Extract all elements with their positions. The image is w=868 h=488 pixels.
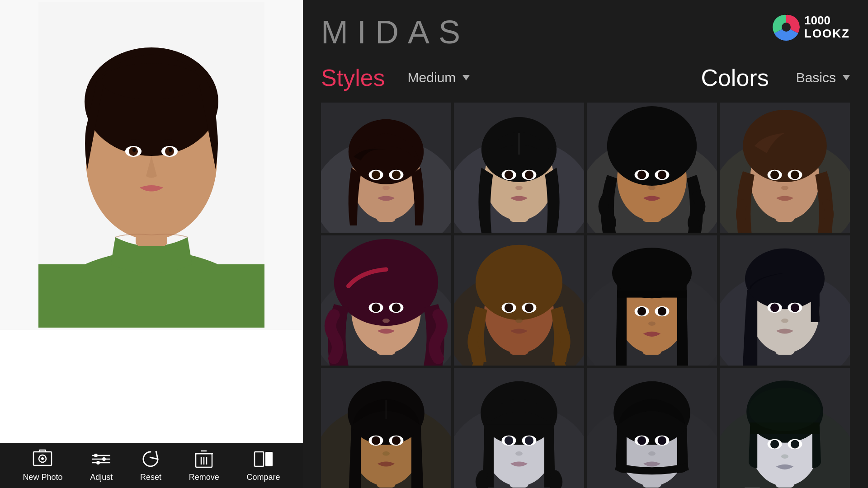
right-panel: MIDAS 1000 LOOKZ Styles Medium xyxy=(303,0,868,488)
hair-style-9[interactable] xyxy=(321,368,451,488)
compare-icon xyxy=(254,449,274,469)
adjust-icon xyxy=(91,449,111,469)
svg-point-73 xyxy=(770,170,779,179)
hair-style-8[interactable] xyxy=(720,235,850,366)
svg-point-112 xyxy=(745,249,825,309)
svg-point-115 xyxy=(770,303,779,312)
hair-style-12[interactable] xyxy=(720,368,850,488)
svg-point-158 xyxy=(770,440,779,448)
hair-style-6[interactable] xyxy=(454,235,584,366)
svg-point-126 xyxy=(372,436,380,445)
basics-text: Basics xyxy=(796,70,836,85)
svg-point-18 xyxy=(96,461,100,465)
colors-label: Colors xyxy=(701,64,769,91)
basics-dropdown[interactable]: Basics xyxy=(796,70,850,85)
styles-label: Styles xyxy=(321,64,385,91)
svg-point-159 xyxy=(791,440,799,448)
svg-point-55 xyxy=(515,186,523,190)
svg-point-43 xyxy=(392,170,401,179)
compare-label: Compare xyxy=(247,473,280,482)
svg-point-90 xyxy=(476,245,562,320)
compare-button[interactable]: Compare xyxy=(240,445,287,487)
svg-point-15 xyxy=(41,457,44,460)
hair-style-11[interactable] xyxy=(587,368,717,488)
svg-point-106 xyxy=(658,307,666,315)
svg-point-107 xyxy=(648,321,656,326)
photo-icon xyxy=(33,449,52,469)
svg-point-12 xyxy=(169,148,172,152)
svg-point-95 xyxy=(515,319,523,323)
logo-number: 1000 xyxy=(804,14,850,27)
remove-icon xyxy=(194,449,214,469)
reset-icon xyxy=(141,449,160,469)
basics-chevron-icon xyxy=(843,75,850,80)
svg-point-155 xyxy=(749,388,821,431)
svg-point-44 xyxy=(382,186,390,190)
svg-point-84 xyxy=(392,303,401,312)
medium-dropdown[interactable]: Medium xyxy=(408,70,470,85)
hair-grid xyxy=(321,103,850,488)
svg-point-116 xyxy=(791,303,799,312)
hair-style-2[interactable] xyxy=(454,103,584,233)
toolbar: New Photo Adjust xyxy=(0,443,303,488)
svg-point-138 xyxy=(515,451,523,456)
svg-point-65 xyxy=(648,186,656,190)
svg-point-146 xyxy=(637,436,646,445)
svg-point-83 xyxy=(372,303,380,312)
svg-point-11 xyxy=(132,148,136,152)
svg-point-54 xyxy=(525,170,533,179)
left-panel: New Photo Adjust xyxy=(0,0,303,488)
svg-point-136 xyxy=(505,436,513,445)
svg-point-53 xyxy=(505,170,513,179)
svg-point-74 xyxy=(791,170,799,179)
svg-point-63 xyxy=(637,170,646,179)
adjust-label: Adjust xyxy=(90,473,113,482)
svg-point-147 xyxy=(658,436,666,445)
reset-label: Reset xyxy=(140,473,161,482)
svg-rect-31 xyxy=(255,452,264,466)
svg-point-160 xyxy=(781,454,788,459)
hair-style-10[interactable] xyxy=(454,368,584,488)
reset-button[interactable]: Reset xyxy=(133,445,168,487)
hair-style-1[interactable] xyxy=(321,103,451,233)
new-photo-label: New Photo xyxy=(23,473,62,482)
svg-point-93 xyxy=(505,303,513,312)
medium-text: Medium xyxy=(408,70,456,85)
svg-point-17 xyxy=(102,457,106,461)
hair-style-3[interactable] xyxy=(587,103,717,233)
svg-point-64 xyxy=(658,170,666,179)
logo-text: 1000 LOOKZ xyxy=(804,14,850,40)
photo-area xyxy=(0,0,303,330)
remove-button[interactable]: Remove xyxy=(182,445,226,487)
svg-point-16 xyxy=(94,454,98,457)
svg-point-42 xyxy=(372,170,380,179)
svg-point-127 xyxy=(392,436,401,445)
svg-point-94 xyxy=(525,303,533,312)
svg-point-75 xyxy=(781,186,788,190)
svg-point-128 xyxy=(382,451,390,456)
svg-rect-2 xyxy=(38,264,264,328)
svg-point-148 xyxy=(648,451,656,456)
svg-point-6 xyxy=(102,63,201,99)
hair-style-4[interactable] xyxy=(720,103,850,233)
svg-rect-102 xyxy=(617,291,687,298)
svg-point-137 xyxy=(525,436,533,445)
medium-chevron-icon xyxy=(462,75,470,80)
svg-point-117 xyxy=(781,319,788,323)
controls-row: Styles Medium Colors Basics xyxy=(321,64,850,91)
svg-point-105 xyxy=(637,307,646,315)
remove-label: Remove xyxy=(189,473,219,482)
hair-style-7[interactable] xyxy=(587,235,717,366)
hair-style-5[interactable] xyxy=(321,235,451,366)
svg-point-85 xyxy=(382,319,390,323)
app-header: MIDAS 1000 LOOKZ xyxy=(321,14,850,51)
svg-rect-32 xyxy=(265,452,273,466)
svg-point-60 xyxy=(607,106,697,186)
logo-brand: LOOKZ xyxy=(804,27,850,40)
app-title: MIDAS xyxy=(321,14,469,51)
svg-point-34 xyxy=(782,23,791,32)
logo-area: 1000 LOOKZ xyxy=(773,14,850,41)
new-photo-button[interactable]: New Photo xyxy=(16,445,69,487)
logo-icon xyxy=(773,14,800,41)
adjust-button[interactable]: Adjust xyxy=(83,445,119,487)
